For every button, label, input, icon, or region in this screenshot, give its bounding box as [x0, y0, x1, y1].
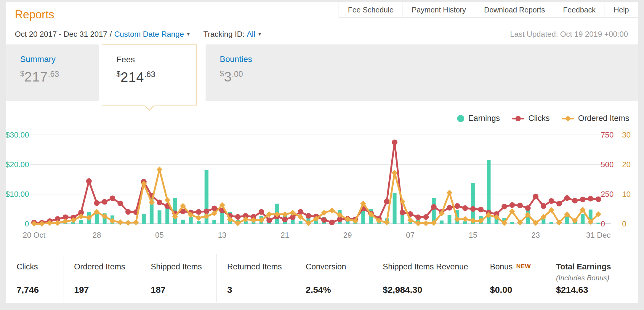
legend-clicks[interactable]: Clicks — [512, 114, 550, 123]
legend-earnings[interactable]: Earnings — [457, 114, 500, 123]
svg-text:21: 21 — [281, 231, 289, 239]
svg-text:20 Oct: 20 Oct — [23, 231, 46, 239]
date-preset-caret-icon[interactable]: ▾ — [187, 31, 190, 37]
earnings-chart: $30.00$20.00$10.0007505002500302010020 O… — [6, 127, 638, 249]
stat-shipped-items-revenue: Shipped Items Revenue $2,984.30 — [372, 254, 479, 302]
svg-text:0: 0 — [601, 219, 605, 228]
svg-text:30: 30 — [622, 130, 631, 139]
tracking-id-label: Tracking ID: — [204, 30, 245, 39]
nav-help[interactable]: Help — [605, 2, 638, 17]
svg-text:$20.00: $20.00 — [6, 160, 29, 169]
svg-text:10: 10 — [622, 190, 631, 199]
svg-text:$10.00: $10.00 — [6, 190, 29, 199]
stat-bonus: BonusNEW $0.00 — [479, 254, 545, 302]
svg-text:13: 13 — [218, 231, 227, 239]
tracking-id-dropdown[interactable]: All — [247, 30, 255, 39]
stat-total-earnings: Total Earnings (Includes Bonus) $214.63 — [545, 254, 638, 302]
svg-text:28: 28 — [92, 231, 101, 239]
tracking-id-caret-icon[interactable]: ▾ — [258, 31, 261, 37]
date-range-text: Oct 20 2017 - Dec 31 2017 — [15, 30, 107, 39]
last-updated-text: Last Updated: Oct 19 2019 +00:00 — [510, 30, 628, 39]
stat-ordered-items: Ordered Items 197 — [63, 254, 140, 302]
svg-text:05: 05 — [155, 231, 164, 239]
reports-page-card: Fee Schedule Payment History Download Re… — [6, 2, 638, 303]
svg-text:31 Dec: 31 Dec — [586, 231, 611, 239]
chart-section: Earnings Clicks Ordered Items $30.00$20.… — [6, 101, 638, 254]
stat-conversion: Conversion 2.54% — [295, 254, 372, 302]
summary-tab-amount: $217.63 — [20, 69, 99, 85]
svg-text:07: 07 — [406, 231, 415, 239]
tab-summary[interactable]: Summary $217.63 — [6, 44, 99, 101]
svg-text:0: 0 — [622, 219, 626, 228]
summary-card-strip: Summary $217.63 Fees $214.63 Bounties $3… — [6, 44, 638, 101]
nav-fee-schedule[interactable]: Fee Schedule — [339, 2, 402, 17]
stats-row: Clicks 7,746 Ordered Items 197 Shipped I… — [6, 254, 638, 302]
clicks-marker-icon — [512, 115, 524, 122]
ordered-items-marker-icon — [562, 115, 574, 122]
earnings-marker-icon — [457, 115, 464, 122]
new-badge: NEW — [516, 263, 531, 269]
nav-feedback[interactable]: Feedback — [554, 2, 605, 17]
svg-text:$30.00: $30.00 — [6, 130, 29, 139]
fees-tab-amount: $214.63 — [116, 69, 196, 85]
date-preset-dropdown[interactable]: Custom Date Range — [114, 30, 184, 39]
svg-text:15: 15 — [469, 231, 477, 239]
nav-payment-history[interactable]: Payment History — [403, 2, 475, 17]
chart-legend: Earnings Clicks Ordered Items — [457, 114, 629, 123]
svg-text:0: 0 — [25, 219, 29, 228]
svg-text:250: 250 — [601, 190, 613, 199]
tab-fees-active[interactable]: Fees $214.63 — [102, 44, 197, 106]
svg-text:20: 20 — [622, 160, 631, 169]
stat-clicks: Clicks 7,746 — [6, 254, 63, 302]
bounties-tab-label: Bounties — [220, 55, 292, 64]
legend-ordered-items[interactable]: Ordered Items — [562, 114, 629, 123]
bounties-tab-amount: $3.00 — [220, 69, 292, 85]
svg-text:29: 29 — [343, 231, 352, 239]
svg-text:23: 23 — [531, 231, 540, 239]
svg-text:750: 750 — [601, 130, 613, 139]
top-nav: Fee Schedule Payment History Download Re… — [339, 2, 638, 18]
filter-row: Oct 20 2017 - Dec 31 2017 / Custom Date … — [15, 30, 261, 39]
fees-tab-label: Fees — [116, 55, 196, 64]
nav-download-reports[interactable]: Download Reports — [475, 2, 554, 17]
tab-bounties[interactable]: Bounties $3.00 — [206, 44, 292, 101]
stat-shipped-items: Shipped Items 187 — [140, 254, 216, 302]
stat-returned-items: Returned Items 3 — [216, 254, 295, 302]
date-separator: / — [110, 30, 112, 39]
summary-tab-label: Summary — [20, 55, 99, 64]
page-title: Reports — [15, 8, 54, 21]
svg-text:500: 500 — [601, 160, 613, 169]
